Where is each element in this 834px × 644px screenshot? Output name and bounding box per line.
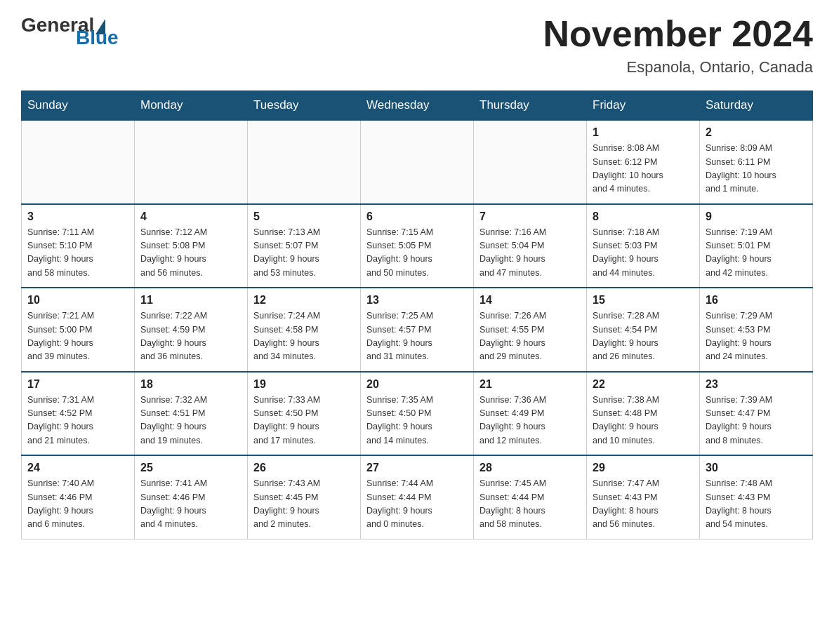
calendar-cell: 4Sunrise: 7:12 AMSunset: 5:08 PMDaylight… (135, 204, 248, 288)
day-number: 20 (366, 378, 468, 391)
calendar-cell: 20Sunrise: 7:35 AMSunset: 4:50 PMDayligh… (361, 372, 474, 456)
day-info: Sunrise: 7:32 AMSunset: 4:51 PMDaylight:… (140, 394, 241, 448)
day-info: Sunrise: 7:45 AMSunset: 4:44 PMDaylight:… (479, 477, 581, 532)
calendar-cell: 27Sunrise: 7:44 AMSunset: 4:44 PMDayligh… (361, 455, 474, 539)
calendar-cell (135, 120, 248, 204)
day-info: Sunrise: 7:39 AMSunset: 4:47 PMDaylight:… (706, 394, 807, 448)
title-area: November 2024 Espanola, Ontario, Canada (543, 14, 813, 76)
calendar-cell: 16Sunrise: 7:29 AMSunset: 4:53 PMDayligh… (700, 288, 813, 372)
day-info: Sunrise: 7:47 AMSunset: 4:43 PMDaylight:… (593, 477, 694, 532)
day-number: 11 (140, 294, 241, 307)
calendar-cell (361, 120, 474, 204)
day-info: Sunrise: 7:21 AMSunset: 5:00 PMDaylight:… (27, 309, 128, 364)
week-row-5: 24Sunrise: 7:40 AMSunset: 4:46 PMDayligh… (22, 455, 813, 539)
calendar-cell: 19Sunrise: 7:33 AMSunset: 4:50 PMDayligh… (248, 372, 361, 456)
day-info: Sunrise: 7:15 AMSunset: 5:05 PMDaylight:… (366, 226, 468, 281)
page-header: General Blue November 2024 Espanola, Ont… (21, 14, 813, 76)
day-number: 24 (27, 462, 128, 474)
column-header-thursday: Thursday (474, 91, 587, 121)
week-row-2: 3Sunrise: 7:11 AMSunset: 5:10 PMDaylight… (22, 204, 813, 288)
calendar-cell: 15Sunrise: 7:28 AMSunset: 4:54 PMDayligh… (587, 288, 700, 372)
calendar-cell: 10Sunrise: 7:21 AMSunset: 5:00 PMDayligh… (22, 288, 135, 372)
calendar-cell: 12Sunrise: 7:24 AMSunset: 4:58 PMDayligh… (248, 288, 361, 372)
day-info: Sunrise: 8:09 AMSunset: 6:11 PMDaylight:… (706, 142, 807, 196)
column-header-tuesday: Tuesday (248, 91, 361, 121)
day-number: 27 (366, 462, 468, 474)
day-number: 3 (27, 210, 128, 223)
day-info: Sunrise: 7:31 AMSunset: 4:52 PMDaylight:… (27, 394, 128, 448)
calendar-cell (474, 120, 587, 204)
day-number: 2 (706, 126, 807, 139)
column-header-sunday: Sunday (22, 91, 135, 121)
day-info: Sunrise: 7:36 AMSunset: 4:49 PMDaylight:… (479, 394, 581, 448)
column-header-monday: Monday (135, 91, 248, 121)
logo-blue-text: Blue (76, 27, 119, 49)
calendar-cell: 17Sunrise: 7:31 AMSunset: 4:52 PMDayligh… (22, 372, 135, 456)
month-year-title: November 2024 (543, 14, 813, 54)
logo: General Blue (21, 14, 119, 49)
day-info: Sunrise: 7:26 AMSunset: 4:55 PMDaylight:… (479, 309, 581, 364)
calendar-header-row: SundayMondayTuesdayWednesdayThursdayFrid… (22, 91, 813, 121)
day-number: 10 (27, 294, 128, 307)
day-info: Sunrise: 7:35 AMSunset: 4:50 PMDaylight:… (366, 394, 468, 448)
day-number: 1 (593, 126, 694, 139)
day-number: 7 (479, 210, 581, 223)
day-number: 13 (366, 294, 468, 307)
day-number: 4 (140, 210, 241, 223)
day-number: 18 (140, 378, 241, 391)
day-number: 15 (593, 294, 694, 307)
day-number: 17 (27, 378, 128, 391)
day-number: 28 (479, 462, 581, 474)
calendar-cell: 28Sunrise: 7:45 AMSunset: 4:44 PMDayligh… (474, 455, 587, 539)
calendar-cell: 2Sunrise: 8:09 AMSunset: 6:11 PMDaylight… (700, 120, 813, 204)
calendar-cell (248, 120, 361, 204)
calendar-cell: 13Sunrise: 7:25 AMSunset: 4:57 PMDayligh… (361, 288, 474, 372)
calendar-cell: 9Sunrise: 7:19 AMSunset: 5:01 PMDaylight… (700, 204, 813, 288)
day-number: 12 (253, 294, 355, 307)
calendar-cell: 6Sunrise: 7:15 AMSunset: 5:05 PMDaylight… (361, 204, 474, 288)
column-header-friday: Friday (587, 91, 700, 121)
calendar-cell: 5Sunrise: 7:13 AMSunset: 5:07 PMDaylight… (248, 204, 361, 288)
calendar-cell (22, 120, 135, 204)
calendar-cell: 7Sunrise: 7:16 AMSunset: 5:04 PMDaylight… (474, 204, 587, 288)
calendar-cell: 24Sunrise: 7:40 AMSunset: 4:46 PMDayligh… (22, 455, 135, 539)
day-info: Sunrise: 7:38 AMSunset: 4:48 PMDaylight:… (593, 394, 694, 448)
day-number: 9 (706, 210, 807, 223)
day-number: 6 (366, 210, 468, 223)
day-number: 29 (593, 462, 694, 474)
calendar-cell: 23Sunrise: 7:39 AMSunset: 4:47 PMDayligh… (700, 372, 813, 456)
day-info: Sunrise: 7:43 AMSunset: 4:45 PMDaylight:… (253, 477, 355, 532)
day-number: 22 (593, 378, 694, 391)
day-number: 30 (706, 462, 807, 474)
day-info: Sunrise: 7:18 AMSunset: 5:03 PMDaylight:… (593, 226, 694, 281)
calendar-cell: 11Sunrise: 7:22 AMSunset: 4:59 PMDayligh… (135, 288, 248, 372)
day-number: 19 (253, 378, 355, 391)
day-info: Sunrise: 7:12 AMSunset: 5:08 PMDaylight:… (140, 226, 241, 281)
day-info: Sunrise: 7:28 AMSunset: 4:54 PMDaylight:… (593, 309, 694, 364)
day-number: 21 (479, 378, 581, 391)
day-number: 14 (479, 294, 581, 307)
calendar-cell: 3Sunrise: 7:11 AMSunset: 5:10 PMDaylight… (22, 204, 135, 288)
calendar-cell: 1Sunrise: 8:08 AMSunset: 6:12 PMDaylight… (587, 120, 700, 204)
day-number: 23 (706, 378, 807, 391)
calendar-cell: 26Sunrise: 7:43 AMSunset: 4:45 PMDayligh… (248, 455, 361, 539)
day-info: Sunrise: 7:16 AMSunset: 5:04 PMDaylight:… (479, 226, 581, 281)
week-row-1: 1Sunrise: 8:08 AMSunset: 6:12 PMDaylight… (22, 120, 813, 204)
day-info: Sunrise: 7:40 AMSunset: 4:46 PMDaylight:… (27, 477, 128, 532)
day-number: 16 (706, 294, 807, 307)
column-header-saturday: Saturday (700, 91, 813, 121)
calendar-cell: 29Sunrise: 7:47 AMSunset: 4:43 PMDayligh… (587, 455, 700, 539)
day-info: Sunrise: 7:13 AMSunset: 5:07 PMDaylight:… (253, 226, 355, 281)
day-info: Sunrise: 7:29 AMSunset: 4:53 PMDaylight:… (706, 309, 807, 364)
day-info: Sunrise: 7:48 AMSunset: 4:43 PMDaylight:… (706, 477, 807, 532)
day-info: Sunrise: 7:41 AMSunset: 4:46 PMDaylight:… (140, 477, 241, 532)
calendar-cell: 22Sunrise: 7:38 AMSunset: 4:48 PMDayligh… (587, 372, 700, 456)
location-subtitle: Espanola, Ontario, Canada (543, 58, 813, 76)
day-number: 8 (593, 210, 694, 223)
day-number: 26 (253, 462, 355, 474)
calendar-cell: 8Sunrise: 7:18 AMSunset: 5:03 PMDaylight… (587, 204, 700, 288)
day-info: Sunrise: 7:24 AMSunset: 4:58 PMDaylight:… (253, 309, 355, 364)
calendar-cell: 21Sunrise: 7:36 AMSunset: 4:49 PMDayligh… (474, 372, 587, 456)
day-number: 25 (140, 462, 241, 474)
day-info: Sunrise: 7:33 AMSunset: 4:50 PMDaylight:… (253, 394, 355, 448)
